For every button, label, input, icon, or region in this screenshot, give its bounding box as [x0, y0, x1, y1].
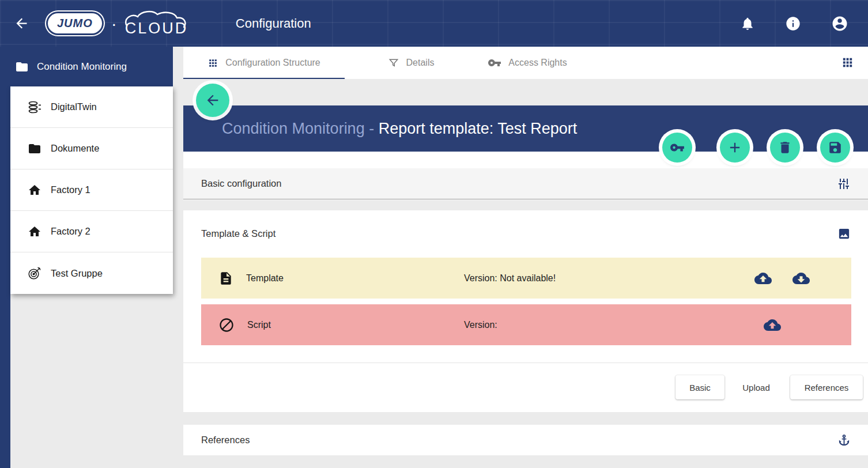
account-button[interactable]: [831, 15, 848, 32]
document-icon: [218, 271, 233, 286]
template-upload-button[interactable]: [754, 270, 772, 287]
tune-icon: [837, 177, 851, 191]
sidebar-item-factory-1[interactable]: Factory 1: [10, 169, 173, 211]
script-row-actions: [764, 316, 781, 334]
references-button[interactable]: References: [790, 375, 863, 399]
folder-icon: [15, 60, 29, 74]
sidebar-item-label: DigitalTwin: [51, 101, 97, 112]
template-row: Template Version: Not available!: [201, 258, 851, 299]
key-icon: [488, 56, 501, 70]
divider: [183, 363, 868, 363]
sidebar-item-condition-monitoring[interactable]: Condition Monitoring: [0, 47, 173, 86]
sidebar-item-label: Factory 2: [51, 226, 90, 237]
delete-fab[interactable]: [770, 133, 800, 163]
cloud-wordmark: CLOUD: [125, 20, 188, 37]
tab-label: Configuration Structure: [225, 58, 320, 68]
app-root: JUMO · CLOUD Configuration: [0, 0, 868, 468]
upload-button[interactable]: Upload: [732, 375, 780, 399]
script-upload-button[interactable]: [764, 316, 781, 334]
template-preview-button[interactable]: [837, 227, 851, 240]
template-row-actions: [754, 270, 810, 287]
account-circle-icon: [831, 15, 848, 32]
key-icon: [670, 140, 685, 155]
home-icon: [28, 225, 41, 239]
basic-button[interactable]: Basic: [675, 375, 724, 399]
jumo-logo: JUMO: [48, 13, 102, 33]
back-arrow-icon: [14, 16, 29, 31]
plus-icon: [727, 139, 743, 156]
topbar-back-button[interactable]: [14, 16, 29, 31]
tab-details[interactable]: Details: [356, 47, 466, 79]
folder-icon: [28, 142, 41, 156]
template-script-card: Template & Script Template Version: Not …: [183, 210, 868, 412]
grid-icon: [841, 56, 854, 69]
basic-configuration-settings-button[interactable]: [837, 177, 851, 191]
script-row: Script Version:: [201, 304, 851, 345]
sidebar-item-label: Factory 1: [51, 184, 90, 195]
template-script-header: Template & Script: [183, 221, 868, 246]
add-fab[interactable]: [720, 133, 750, 163]
jumo-cloud-logo: JUMO · CLOUD: [48, 10, 193, 37]
layout-grid-button[interactable]: [841, 56, 854, 69]
selection-header-band: Condition Monitoring - Report template: …: [183, 105, 868, 152]
target-icon: [28, 266, 41, 280]
cloud-logo: CLOUD: [123, 10, 193, 37]
tab-access-rights[interactable]: Access Rights: [467, 47, 588, 79]
info-button[interactable]: [785, 16, 801, 32]
access-rights-fab[interactable]: [662, 133, 692, 163]
save-icon: [828, 140, 843, 155]
template-script-label: Template & Script: [201, 228, 276, 239]
template-row-label: Template: [246, 273, 284, 284]
references-label: References: [201, 435, 250, 446]
selection-title-main: Report template: Test Report: [379, 120, 578, 137]
selection-title: Condition Monitoring - Report template: …: [196, 102, 577, 156]
bell-icon: [740, 16, 755, 31]
references-anchor-button[interactable]: [837, 433, 851, 447]
image-icon: [837, 227, 851, 240]
funnel-icon: [388, 57, 399, 69]
template-version-text: Version: Not available!: [464, 273, 556, 284]
tab-label: Access Rights: [508, 58, 567, 68]
tab-label: Details: [406, 58, 435, 68]
sidebar-item-label: Dokumente: [51, 143, 99, 154]
template-download-button[interactable]: [792, 270, 810, 287]
tab-configuration-structure[interactable]: Configuration Structure: [183, 47, 345, 79]
grid-icon: [207, 58, 218, 69]
selection-title-prefix: Condition Monitoring: [222, 120, 365, 137]
selection-title-separator: -: [365, 120, 379, 137]
anchor-icon: [837, 433, 851, 447]
sidebar-lower-background: [10, 294, 173, 468]
references-card: References: [183, 425, 868, 455]
brand-separator-dot: ·: [111, 14, 117, 33]
tabbar: Configuration Structure Details Access R…: [183, 47, 868, 79]
digital-twin-icon: [28, 100, 41, 114]
back-arrow-icon: [205, 92, 221, 108]
blocked-icon: [218, 317, 235, 333]
save-fab[interactable]: [820, 133, 850, 163]
sidebar-root-label: Condition Monitoring: [37, 61, 127, 73]
info-icon: [785, 16, 801, 32]
basic-configuration-card: Basic configuration: [183, 152, 868, 200]
trash-icon: [778, 140, 792, 155]
basic-configuration-row: Basic configuration: [183, 168, 868, 199]
script-row-label: Script: [247, 320, 271, 330]
topbar: JUMO · CLOUD Configuration: [0, 0, 868, 47]
cloud-upload-icon: [754, 270, 772, 287]
script-version-text: Version:: [464, 320, 497, 330]
sidebar-item-dokumente[interactable]: Dokumente: [10, 128, 173, 169]
content-back-button[interactable]: [196, 84, 229, 117]
page-title: Configuration: [236, 16, 311, 31]
home-icon: [28, 183, 41, 197]
sidebar-subtree: DigitalTwin Dokumente Factory 1 Factory …: [10, 86, 173, 294]
cloud-download-icon: [792, 270, 810, 287]
sidebar-accent-strip: [0, 47, 10, 468]
sidebar-item-factory-2[interactable]: Factory 2: [10, 211, 173, 252]
sidebar-item-label: Test Gruppe: [51, 268, 103, 279]
sidebar-item-test-gruppe[interactable]: Test Gruppe: [10, 252, 173, 294]
topbar-actions: [740, 15, 848, 32]
basic-configuration-label: Basic configuration: [201, 178, 281, 189]
notifications-button[interactable]: [740, 16, 755, 31]
cloud-upload-icon: [764, 316, 781, 334]
sidebar-item-digitaltwin[interactable]: DigitalTwin: [10, 86, 173, 128]
